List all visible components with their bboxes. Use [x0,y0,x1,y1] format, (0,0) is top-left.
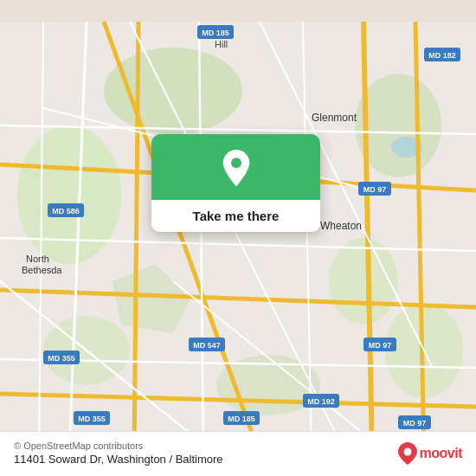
svg-point-57 [403,447,411,455]
svg-text:MD 547: MD 547 [193,341,221,350]
svg-text:Glenmont: Glenmont [312,112,357,124]
svg-text:MD 586: MD 586 [52,207,80,215]
svg-text:MD 192: MD 192 [307,397,335,406]
bottom-bar-content: © OpenStreetMap contributors 11401 Sowar… [14,441,462,466]
svg-text:MD 355: MD 355 [48,354,75,363]
popup-icon-area [151,134,320,200]
copyright-text: © OpenStreetMap contributors [14,441,223,451]
map-container: MD 586 MD 185 MD 182 MD 97 MD 97 MD 97 M… [0,0,476,476]
svg-point-4 [329,238,398,325]
svg-text:Bethesda: Bethesda [22,265,62,275]
svg-text:Hill: Hill [215,39,228,49]
svg-text:MD 185: MD 185 [202,29,229,37]
svg-point-1 [17,125,121,264]
svg-text:MD 355: MD 355 [78,415,106,423]
svg-text:Wheaton: Wheaton [320,220,362,232]
address-text: 11401 Soward Dr, Washington / Baltimore [14,453,223,466]
location-pin-icon [217,150,255,188]
svg-point-56 [231,158,241,168]
bottom-bar-info: © OpenStreetMap contributors 11401 Sowar… [14,441,223,466]
map-background: MD 586 MD 185 MD 182 MD 97 MD 97 MD 97 M… [0,0,476,476]
moovit-logo: moovit [398,442,462,465]
moovit-pin-icon [398,442,417,465]
svg-text:MD 97: MD 97 [363,185,387,194]
take-me-there-button[interactable]: Take me there [151,200,320,232]
svg-text:MD 97: MD 97 [369,341,392,350]
svg-text:MD 182: MD 182 [428,51,456,60]
bottom-bar: © OpenStreetMap contributors 11401 Sowar… [0,431,476,476]
svg-text:North: North [26,254,49,264]
popup-card: Take me there [151,134,320,232]
moovit-text: moovit [420,446,462,461]
svg-point-2 [104,48,242,134]
svg-text:MD 97: MD 97 [403,419,427,428]
svg-text:MD 185: MD 185 [228,415,255,423]
